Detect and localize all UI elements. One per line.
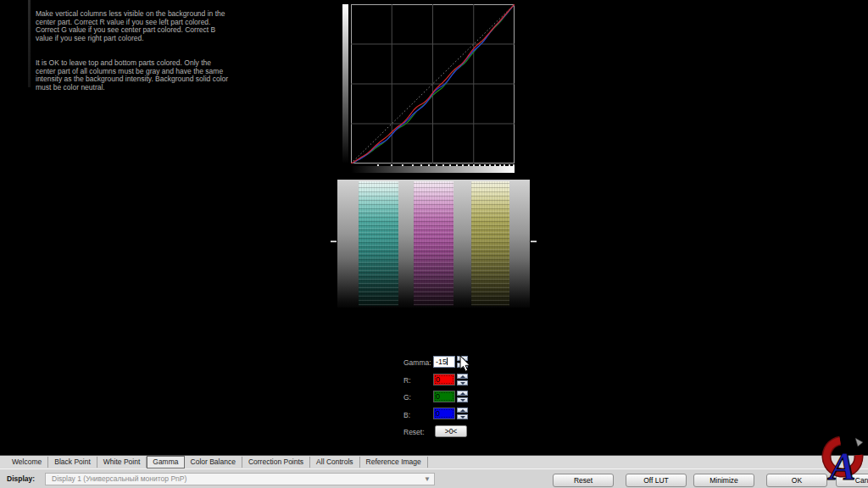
- green-spinner: [457, 391, 468, 402]
- tab-white-point[interactable]: White Point: [97, 457, 147, 468]
- blue-spin-up-button[interactable]: [457, 408, 468, 413]
- blue-value: 0: [436, 409, 440, 418]
- gamma-value: -15: [436, 358, 447, 366]
- gamma-curve-chart: [351, 4, 515, 164]
- green-spin-up-button[interactable]: [457, 391, 468, 396]
- gamma-curve-svg: [351, 4, 515, 164]
- vertical-grayscale-ramp: [342, 4, 348, 164]
- arrow-down-icon: [460, 416, 465, 419]
- arrow-up-icon: [460, 409, 465, 412]
- arrow-up-icon: [460, 375, 465, 378]
- tab-gamma[interactable]: Gamma: [147, 456, 184, 469]
- arrow-up-icon: [460, 392, 465, 395]
- atrise-logo-icon: A: [817, 434, 868, 488]
- red-spinner: [457, 374, 468, 385]
- minimize-button[interactable]: Minimize: [693, 474, 754, 487]
- logo-letter: A: [827, 445, 856, 488]
- left-accent-bar: [28, 0, 31, 87]
- display-select[interactable]: Display 1 (Универсальный монитор PnP) ▼: [45, 473, 435, 485]
- off-lut-button[interactable]: Off LUT: [626, 474, 687, 487]
- red-value: 0: [436, 375, 440, 384]
- tab-bar: WelcomeBlack PointWhite PointGammaColor …: [0, 455, 868, 469]
- gamma-label: Gamma:: [403, 358, 431, 367]
- green-value-field[interactable]: 0: [433, 391, 455, 402]
- tab-color-balance[interactable]: Color Balance: [185, 457, 242, 468]
- chevron-down-icon: ▼: [424, 475, 431, 483]
- red-spin-up-button[interactable]: [457, 374, 468, 379]
- arrow-down-icon: [460, 399, 465, 402]
- magenta-test-column: [414, 181, 453, 306]
- tab-welcome[interactable]: Welcome: [6, 457, 48, 468]
- gamma-input[interactable]: -15: [433, 356, 455, 368]
- blue-label: B:: [403, 411, 410, 419]
- reset-label: Reset:: [403, 428, 425, 436]
- green-value: 0: [436, 392, 440, 401]
- instruction-paragraph-2: It is OK to leave top and bottom parts c…: [36, 59, 273, 92]
- red-spin-down-button[interactable]: [457, 380, 468, 385]
- blue-spin-down-button[interactable]: [457, 414, 468, 419]
- cyan-test-column: [359, 181, 398, 306]
- instruction-text: Make vertical columns less visible on th…: [36, 2, 273, 108]
- tab-correction-points[interactable]: Correction Points: [242, 457, 310, 468]
- lutcurve-app-window: Make vertical columns less visible on th…: [0, 0, 868, 488]
- display-label: Display:: [7, 474, 35, 483]
- display-select-value: Display 1 (Универсальный монитор PnP): [52, 474, 186, 483]
- text-caret: [447, 358, 448, 365]
- reset-zero-button[interactable]: >0<: [435, 425, 467, 437]
- mouse-cursor: [459, 356, 471, 373]
- green-spin-down-button[interactable]: [457, 397, 468, 402]
- instruction-paragraph-1: Make vertical columns less visible on th…: [36, 10, 273, 43]
- calibration-test-pattern: [337, 180, 530, 308]
- green-label: G:: [403, 393, 411, 402]
- tab-all-controls[interactable]: All Controls: [310, 457, 359, 468]
- bottom-bar: Display: Display 1 (Универсальный монито…: [0, 469, 868, 488]
- red-value-field[interactable]: 0: [433, 374, 455, 385]
- pattern-center-tick-left: [331, 241, 337, 242]
- blue-spinner: [457, 408, 468, 419]
- pattern-center-tick-right: [531, 241, 537, 242]
- reset-button[interactable]: Reset: [553, 474, 614, 487]
- arrow-down-icon: [460, 382, 465, 385]
- tab-reference-image[interactable]: Reference Image: [360, 457, 428, 468]
- blue-value-field[interactable]: 0: [433, 408, 455, 419]
- horizontal-grayscale-ramp: [351, 166, 515, 173]
- tab-black-point[interactable]: Black Point: [48, 457, 97, 468]
- pencil-tip: [855, 438, 863, 446]
- yellow-test-column: [471, 181, 509, 306]
- red-label: R:: [403, 376, 411, 385]
